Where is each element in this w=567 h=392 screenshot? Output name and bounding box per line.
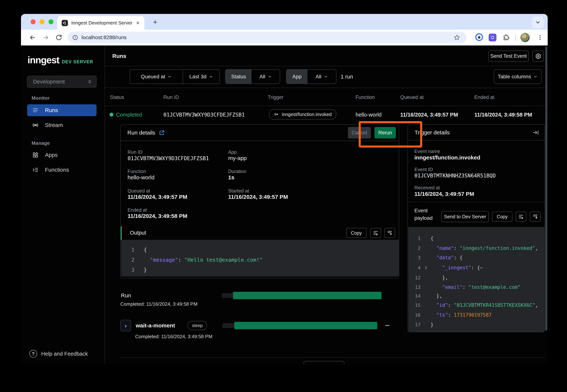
rerun-button[interactable]: Rerun	[374, 127, 396, 139]
code-line: 13 "email": "test@example.com"	[412, 284, 521, 290]
sidebar-item-label: Runs	[45, 107, 58, 113]
code-line: 17}	[412, 322, 434, 327]
page-title: Runs	[112, 53, 126, 59]
expand-output-button[interactable]	[384, 228, 395, 238]
divider	[105, 88, 548, 88]
word-wrap-button[interactable]	[370, 228, 381, 238]
site-info-icon[interactable]	[72, 35, 78, 41]
close-window-button[interactable]	[31, 19, 36, 24]
chevron-expand-icon[interactable]	[423, 266, 429, 270]
status-filter-dropdown[interactable]: All	[252, 70, 280, 84]
scrollbar[interactable]	[545, 47, 547, 331]
collapse-panel-icon[interactable]	[533, 129, 539, 136]
password-manager-extension-icon[interactable]	[475, 33, 483, 41]
event-pulse-icon	[274, 112, 279, 117]
column-header-run-id[interactable]: Run ID	[163, 95, 179, 100]
time-filter-group[interactable]: Queued at Last 3d	[129, 69, 220, 84]
timeline-run-completed: Completed: 11/16/2024, 3:49:58 PM	[120, 301, 198, 307]
step-expand-button[interactable]: ›	[120, 320, 131, 331]
row-ended-at: 11/16/2024, 3:49:58 PM	[474, 112, 532, 118]
sidebar-item-functions[interactable]: Functions	[27, 164, 97, 176]
column-header-function[interactable]: Function	[355, 95, 375, 100]
field-value-run-id: 01JCVBTMV3WXY9D3CFDEJFZSB1	[128, 155, 209, 161]
run-count: 1 run	[341, 74, 353, 80]
browser-tab[interactable]: Inngest Development Server ×	[57, 16, 144, 30]
payload-word-wrap-button[interactable]	[516, 211, 526, 222]
chevron-down-icon	[533, 74, 538, 79]
field-value-function-link[interactable]: hello-world	[128, 174, 155, 181]
output-copy-button[interactable]: Copy	[346, 228, 367, 238]
send-test-event-button[interactable]: Send Test Event	[488, 51, 529, 62]
row-run-id[interactable]: 01JCVBTMV3WXY9D3CFDEJFZSB1	[163, 112, 245, 118]
help-and-feedback[interactable]: ? Help and Feedback	[29, 350, 88, 358]
url-text: localhost:8288/runs	[82, 35, 454, 41]
tab-close-icon[interactable]: ×	[136, 19, 140, 26]
address-bar[interactable]: localhost:8288/runs	[68, 32, 467, 43]
external-link-icon[interactable]	[159, 130, 165, 136]
field-value-app-link[interactable]: my-app	[228, 155, 247, 161]
status-filter-label: Status	[226, 70, 252, 84]
settings-button[interactable]	[532, 51, 544, 62]
app-filter-group[interactable]: App All	[286, 69, 336, 84]
table-columns-button[interactable]: Table columns	[494, 69, 541, 84]
sidebar-item-apps[interactable]: Apps	[27, 149, 97, 161]
trigger-details-title: Trigger details	[415, 129, 450, 136]
field-value-queued-at: 11/16/2024, 3:49:57 PM	[128, 194, 187, 200]
payload-copy-button[interactable]: Copy	[492, 211, 512, 222]
environment-select-value: Development	[33, 79, 65, 85]
divider	[408, 202, 545, 202]
extensions-puzzle-icon[interactable]	[502, 33, 510, 42]
send-to-dev-server-button[interactable]: Send to Dev Server	[441, 211, 489, 222]
field-value-duration: 1s	[228, 174, 234, 181]
cancel-button[interactable]: Cancel	[348, 127, 371, 139]
forward-button[interactable]	[42, 33, 50, 42]
app-filter-dropdown[interactable]: All	[307, 70, 336, 84]
row-function[interactable]: hello-world	[355, 112, 382, 118]
run-details-header: Run details Cancel Rerun	[121, 125, 399, 141]
reload-button[interactable]	[55, 33, 63, 42]
field-value-received-at: 11/16/2024, 3:49:57 PM	[414, 191, 474, 197]
back-button[interactable]	[28, 33, 37, 42]
help-label: Help and Feedback	[41, 351, 88, 357]
output-code-block[interactable]: 1{ 2 "message": "Hello test@example.com!…	[121, 240, 399, 277]
tab-search-button[interactable]	[532, 16, 544, 28]
app-content: inngest DEV SERVER Development Monitor R…	[21, 45, 548, 364]
new-tab-button[interactable]: +	[150, 17, 160, 27]
column-header-ended-at[interactable]: Ended at	[474, 95, 495, 100]
expand-lines-icon	[532, 214, 538, 219]
load-more-button[interactable]	[304, 361, 344, 364]
time-range-dropdown[interactable]: Last 3d	[183, 70, 219, 84]
column-header-trigger[interactable]: Trigger	[268, 95, 284, 100]
output-accent-bar	[121, 226, 122, 240]
timeline-step-bar[interactable]	[234, 322, 377, 329]
output-title: Output	[130, 230, 146, 236]
trigger-badge[interactable]: inngest/function.invoked	[269, 109, 336, 120]
row-queued-at: 11/16/2024, 3:49:57 PM	[400, 112, 458, 118]
browser-menu-kebab-icon[interactable]	[536, 33, 544, 42]
timeline-run-label: Run	[121, 292, 131, 299]
purple-extension-icon[interactable]	[488, 33, 497, 42]
status-filter-group[interactable]: Status All	[225, 69, 280, 84]
timeline-run-bar[interactable]	[233, 292, 382, 299]
maximize-window-button[interactable]	[48, 19, 54, 24]
column-header-queued-at[interactable]: Queued at	[400, 95, 424, 100]
code-line-collapsed[interactable]: 4 "_inngest": {⋯	[412, 265, 483, 270]
collapsed-ellipsis: ⋯	[480, 265, 483, 270]
payload-code-block[interactable]: 1{ 2 "name": "inngest/function.invoked",…	[408, 227, 545, 332]
profile-avatar[interactable]	[520, 33, 530, 42]
sidebar-item-stream[interactable]: Stream	[27, 119, 97, 131]
field-label: Queued at	[128, 188, 150, 194]
minimize-window-button[interactable]	[40, 19, 44, 24]
field-value-ended-at: 11/16/2024, 3:49:58 PM	[128, 213, 187, 219]
question-icon: ?	[29, 350, 37, 358]
column-header-status[interactable]: Status	[110, 95, 124, 100]
time-field-dropdown[interactable]: Queued at	[130, 70, 183, 84]
code-line: 1{	[127, 247, 147, 253]
payload-expand-button[interactable]	[530, 211, 541, 222]
timeline-queue-segment	[222, 293, 233, 298]
sidebar-item-label: Apps	[45, 152, 57, 158]
runs-list-icon	[32, 107, 39, 113]
environment-select[interactable]: Development	[27, 76, 97, 88]
bookmark-star-icon[interactable]	[454, 34, 460, 41]
sidebar-item-runs[interactable]: Runs	[27, 104, 97, 116]
